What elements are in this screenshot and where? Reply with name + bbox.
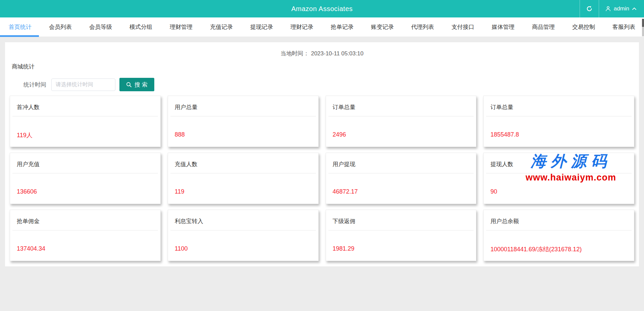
scrollbar: [642, 17, 644, 311]
local-time-label: 当地时间：: [280, 50, 309, 57]
person-icon: [605, 6, 611, 12]
tab-1[interactable]: 首页统计: [0, 17, 40, 37]
stat-card-value: 1100: [168, 230, 318, 252]
stat-card-title: 提现人数: [484, 153, 634, 168]
stat-card-value: 137404.34: [10, 230, 160, 252]
stat-card-title: 订单总量: [484, 96, 634, 111]
stat-card: 用户充值136606: [10, 153, 161, 204]
stat-card-title: 用户总余额: [484, 210, 634, 225]
tab-16[interactable]: 客服列表: [604, 17, 644, 37]
stats-grid: 首冲人数119人用户总量888订单总量2496订单总量1855487.8用户充值…: [10, 96, 634, 261]
tab-6[interactable]: 充值记录: [201, 17, 241, 37]
local-time-value: 2023-10-11 05:03:10: [311, 50, 364, 57]
refresh-button[interactable]: [580, 0, 599, 17]
tab-14[interactable]: 商品管理: [523, 17, 564, 37]
stat-card: 用户总量888: [168, 96, 319, 147]
search-icon: [126, 82, 132, 88]
stat-card-value: 1855487.8: [484, 116, 634, 138]
stat-card-value: 888: [168, 116, 318, 138]
stat-card: 用户总余额10000118441.69/冻结(231678.12): [483, 210, 634, 261]
stat-card: 抢单佣金137404.34: [10, 210, 161, 261]
stat-card-title: 订单总量: [326, 96, 476, 111]
stat-card-title: 用户提现: [326, 153, 476, 168]
stat-card-title: 用户总量: [168, 96, 318, 111]
user-name: admin: [614, 5, 629, 12]
stat-card-title: 抢单佣金: [10, 210, 160, 225]
tab-4[interactable]: 模式分组: [121, 17, 161, 37]
stat-card: 利息宝转入1100: [168, 210, 319, 261]
nav-tabs: 首页统计会员列表会员等级模式分组理财管理充值记录提现记录理财记录抢单记录账变记录…: [0, 17, 644, 37]
stat-card: 下级返佣1981.29: [326, 210, 477, 261]
tab-9[interactable]: 抢单记录: [322, 17, 362, 37]
stat-card-value: 136606: [10, 173, 160, 195]
app-header: Amazon Associates admin: [0, 0, 644, 17]
tab-3[interactable]: 会员等级: [80, 17, 121, 37]
user-menu[interactable]: admin: [599, 0, 644, 17]
search-button-label: 搜 索: [135, 81, 148, 89]
stat-card-value: 119: [168, 173, 318, 195]
tab-10[interactable]: 账变记录: [362, 17, 402, 37]
stat-card: 充值人数119: [168, 153, 319, 204]
stat-card: 订单总量1855487.8: [483, 96, 634, 147]
stat-card-value: 10000118441.69/冻结(231678.12): [484, 230, 634, 253]
header-right: admin: [580, 0, 644, 17]
stat-card-value: 1981.29: [326, 230, 476, 252]
stat-card: 用户提现46872.17: [326, 153, 477, 204]
stat-card-value: 119人: [10, 116, 160, 139]
content-panel: 当地时间：2023-10-11 05:03:10 商城统计 统计时间 搜 索 首…: [5, 42, 639, 266]
tab-8[interactable]: 理财记录: [282, 17, 322, 37]
stat-card: 首冲人数119人: [10, 96, 161, 147]
stat-card-title: 下级返佣: [326, 210, 476, 225]
chevron-up-icon: [632, 7, 637, 10]
search-button[interactable]: 搜 索: [119, 78, 154, 91]
stat-card-title: 充值人数: [168, 153, 318, 168]
search-label: 统计时间: [23, 81, 46, 89]
page-gap: [0, 37, 644, 42]
search-row: 统计时间 搜 索: [23, 78, 639, 91]
stat-card-title: 利息宝转入: [168, 210, 318, 225]
stat-card-value: 90: [484, 173, 634, 195]
tab-2[interactable]: 会员列表: [40, 17, 80, 37]
stat-card-title: 首冲人数: [10, 96, 160, 111]
stat-card-value: 2496: [326, 116, 476, 138]
refresh-icon: [586, 5, 593, 12]
stat-time-input[interactable]: [51, 79, 115, 91]
tab-11[interactable]: 代理列表: [402, 17, 443, 37]
stat-card-value: 46872.17: [326, 173, 476, 195]
tab-12[interactable]: 支付接口: [443, 17, 483, 37]
tab-15[interactable]: 交易控制: [564, 17, 604, 37]
local-time: 当地时间：2023-10-11 05:03:10: [5, 42, 639, 57]
stat-card: 订单总量2496: [326, 96, 477, 147]
scrollbar-thumb[interactable]: [642, 19, 644, 27]
stat-card-title: 用户充值: [10, 153, 160, 168]
stat-card: 提现人数90: [483, 153, 634, 204]
tab-7[interactable]: 提现记录: [241, 17, 282, 37]
tab-5[interactable]: 理财管理: [161, 17, 201, 37]
section-title: 商城统计: [12, 63, 639, 70]
app-title: Amazon Associates: [291, 5, 353, 13]
tab-13[interactable]: 媒体管理: [483, 17, 523, 37]
scrollbar-track: [642, 27, 644, 36]
